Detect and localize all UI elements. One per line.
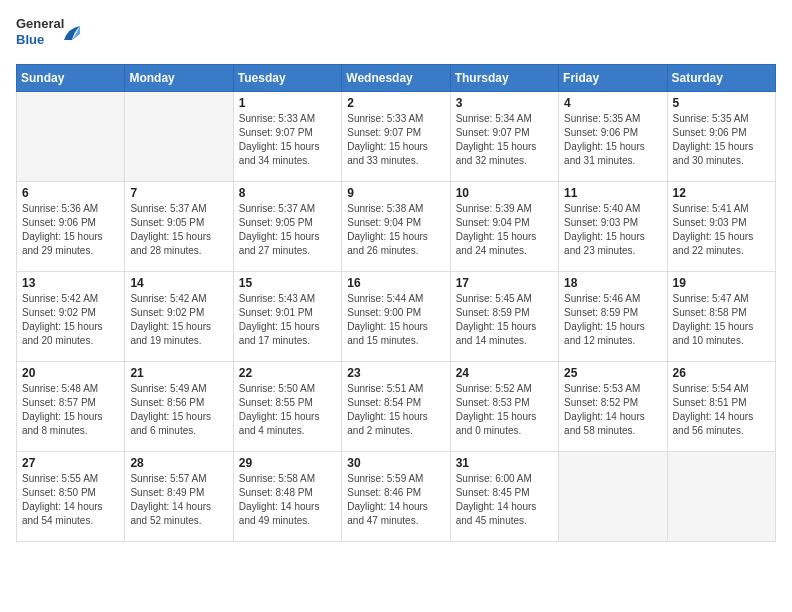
calendar-cell: 26Sunrise: 5:54 AM Sunset: 8:51 PM Dayli… (667, 362, 775, 452)
day-info: Sunrise: 5:51 AM Sunset: 8:54 PM Dayligh… (347, 382, 444, 438)
calendar-cell (667, 452, 775, 542)
calendar-cell: 20Sunrise: 5:48 AM Sunset: 8:57 PM Dayli… (17, 362, 125, 452)
logo-bird-icon (62, 26, 80, 44)
day-info: Sunrise: 5:54 AM Sunset: 8:51 PM Dayligh… (673, 382, 770, 438)
logo: General Blue (16, 16, 80, 54)
day-info: Sunrise: 5:33 AM Sunset: 9:07 PM Dayligh… (347, 112, 444, 168)
day-number: 22 (239, 366, 336, 380)
day-info: Sunrise: 5:48 AM Sunset: 8:57 PM Dayligh… (22, 382, 119, 438)
day-number: 9 (347, 186, 444, 200)
calendar-cell: 7Sunrise: 5:37 AM Sunset: 9:05 PM Daylig… (125, 182, 233, 272)
calendar-cell: 15Sunrise: 5:43 AM Sunset: 9:01 PM Dayli… (233, 272, 341, 362)
day-info: Sunrise: 5:37 AM Sunset: 9:05 PM Dayligh… (239, 202, 336, 258)
day-info: Sunrise: 5:45 AM Sunset: 8:59 PM Dayligh… (456, 292, 553, 348)
day-info: Sunrise: 5:43 AM Sunset: 9:01 PM Dayligh… (239, 292, 336, 348)
day-number: 15 (239, 276, 336, 290)
calendar-cell: 1Sunrise: 5:33 AM Sunset: 9:07 PM Daylig… (233, 92, 341, 182)
day-info: Sunrise: 5:41 AM Sunset: 9:03 PM Dayligh… (673, 202, 770, 258)
day-number: 19 (673, 276, 770, 290)
column-header-friday: Friday (559, 65, 667, 92)
day-info: Sunrise: 5:42 AM Sunset: 9:02 PM Dayligh… (130, 292, 227, 348)
day-number: 25 (564, 366, 661, 380)
day-info: Sunrise: 5:38 AM Sunset: 9:04 PM Dayligh… (347, 202, 444, 258)
calendar-cell: 16Sunrise: 5:44 AM Sunset: 9:00 PM Dayli… (342, 272, 450, 362)
day-info: Sunrise: 5:58 AM Sunset: 8:48 PM Dayligh… (239, 472, 336, 528)
calendar-header: SundayMondayTuesdayWednesdayThursdayFrid… (17, 65, 776, 92)
day-number: 10 (456, 186, 553, 200)
column-header-monday: Monday (125, 65, 233, 92)
day-number: 17 (456, 276, 553, 290)
calendar-cell: 29Sunrise: 5:58 AM Sunset: 8:48 PM Dayli… (233, 452, 341, 542)
calendar-cell: 12Sunrise: 5:41 AM Sunset: 9:03 PM Dayli… (667, 182, 775, 272)
day-number: 27 (22, 456, 119, 470)
calendar-cell: 3Sunrise: 5:34 AM Sunset: 9:07 PM Daylig… (450, 92, 558, 182)
day-info: Sunrise: 5:47 AM Sunset: 8:58 PM Dayligh… (673, 292, 770, 348)
calendar-week-5: 27Sunrise: 5:55 AM Sunset: 8:50 PM Dayli… (17, 452, 776, 542)
day-number: 16 (347, 276, 444, 290)
calendar-cell: 22Sunrise: 5:50 AM Sunset: 8:55 PM Dayli… (233, 362, 341, 452)
calendar-cell: 4Sunrise: 5:35 AM Sunset: 9:06 PM Daylig… (559, 92, 667, 182)
column-header-saturday: Saturday (667, 65, 775, 92)
calendar-cell (17, 92, 125, 182)
day-info: Sunrise: 5:49 AM Sunset: 8:56 PM Dayligh… (130, 382, 227, 438)
calendar-week-2: 6Sunrise: 5:36 AM Sunset: 9:06 PM Daylig… (17, 182, 776, 272)
day-info: Sunrise: 6:00 AM Sunset: 8:45 PM Dayligh… (456, 472, 553, 528)
day-info: Sunrise: 5:37 AM Sunset: 9:05 PM Dayligh… (130, 202, 227, 258)
day-info: Sunrise: 5:59 AM Sunset: 8:46 PM Dayligh… (347, 472, 444, 528)
calendar-table: SundayMondayTuesdayWednesdayThursdayFrid… (16, 64, 776, 542)
day-info: Sunrise: 5:33 AM Sunset: 9:07 PM Dayligh… (239, 112, 336, 168)
calendar-cell (125, 92, 233, 182)
day-info: Sunrise: 5:55 AM Sunset: 8:50 PM Dayligh… (22, 472, 119, 528)
day-number: 6 (22, 186, 119, 200)
day-info: Sunrise: 5:53 AM Sunset: 8:52 PM Dayligh… (564, 382, 661, 438)
calendar-cell: 21Sunrise: 5:49 AM Sunset: 8:56 PM Dayli… (125, 362, 233, 452)
calendar-cell: 24Sunrise: 5:52 AM Sunset: 8:53 PM Dayli… (450, 362, 558, 452)
calendar-cell: 10Sunrise: 5:39 AM Sunset: 9:04 PM Dayli… (450, 182, 558, 272)
calendar-cell: 19Sunrise: 5:47 AM Sunset: 8:58 PM Dayli… (667, 272, 775, 362)
calendar-cell: 5Sunrise: 5:35 AM Sunset: 9:06 PM Daylig… (667, 92, 775, 182)
day-number: 24 (456, 366, 553, 380)
calendar-cell: 17Sunrise: 5:45 AM Sunset: 8:59 PM Dayli… (450, 272, 558, 362)
calendar-week-4: 20Sunrise: 5:48 AM Sunset: 8:57 PM Dayli… (17, 362, 776, 452)
day-info: Sunrise: 5:39 AM Sunset: 9:04 PM Dayligh… (456, 202, 553, 258)
column-header-thursday: Thursday (450, 65, 558, 92)
calendar-cell (559, 452, 667, 542)
column-header-wednesday: Wednesday (342, 65, 450, 92)
calendar-cell: 9Sunrise: 5:38 AM Sunset: 9:04 PM Daylig… (342, 182, 450, 272)
day-number: 11 (564, 186, 661, 200)
day-info: Sunrise: 5:44 AM Sunset: 9:00 PM Dayligh… (347, 292, 444, 348)
calendar-week-1: 1Sunrise: 5:33 AM Sunset: 9:07 PM Daylig… (17, 92, 776, 182)
day-info: Sunrise: 5:40 AM Sunset: 9:03 PM Dayligh… (564, 202, 661, 258)
calendar-cell: 13Sunrise: 5:42 AM Sunset: 9:02 PM Dayli… (17, 272, 125, 362)
day-number: 20 (22, 366, 119, 380)
calendar-cell: 2Sunrise: 5:33 AM Sunset: 9:07 PM Daylig… (342, 92, 450, 182)
day-number: 5 (673, 96, 770, 110)
day-info: Sunrise: 5:57 AM Sunset: 8:49 PM Dayligh… (130, 472, 227, 528)
calendar-cell: 23Sunrise: 5:51 AM Sunset: 8:54 PM Dayli… (342, 362, 450, 452)
day-number: 26 (673, 366, 770, 380)
day-number: 14 (130, 276, 227, 290)
day-number: 30 (347, 456, 444, 470)
day-info: Sunrise: 5:35 AM Sunset: 9:06 PM Dayligh… (673, 112, 770, 168)
day-info: Sunrise: 5:34 AM Sunset: 9:07 PM Dayligh… (456, 112, 553, 168)
day-info: Sunrise: 5:52 AM Sunset: 8:53 PM Dayligh… (456, 382, 553, 438)
calendar-cell: 6Sunrise: 5:36 AM Sunset: 9:06 PM Daylig… (17, 182, 125, 272)
day-number: 8 (239, 186, 336, 200)
day-info: Sunrise: 5:35 AM Sunset: 9:06 PM Dayligh… (564, 112, 661, 168)
header-row: SundayMondayTuesdayWednesdayThursdayFrid… (17, 65, 776, 92)
day-number: 28 (130, 456, 227, 470)
day-number: 3 (456, 96, 553, 110)
calendar-cell: 25Sunrise: 5:53 AM Sunset: 8:52 PM Dayli… (559, 362, 667, 452)
day-info: Sunrise: 5:36 AM Sunset: 9:06 PM Dayligh… (22, 202, 119, 258)
day-number: 29 (239, 456, 336, 470)
day-number: 12 (673, 186, 770, 200)
page-header: General Blue (16, 16, 776, 54)
day-number: 13 (22, 276, 119, 290)
day-number: 7 (130, 186, 227, 200)
day-info: Sunrise: 5:42 AM Sunset: 9:02 PM Dayligh… (22, 292, 119, 348)
calendar-body: 1Sunrise: 5:33 AM Sunset: 9:07 PM Daylig… (17, 92, 776, 542)
day-number: 23 (347, 366, 444, 380)
calendar-cell: 31Sunrise: 6:00 AM Sunset: 8:45 PM Dayli… (450, 452, 558, 542)
calendar-cell: 11Sunrise: 5:40 AM Sunset: 9:03 PM Dayli… (559, 182, 667, 272)
calendar-cell: 28Sunrise: 5:57 AM Sunset: 8:49 PM Dayli… (125, 452, 233, 542)
